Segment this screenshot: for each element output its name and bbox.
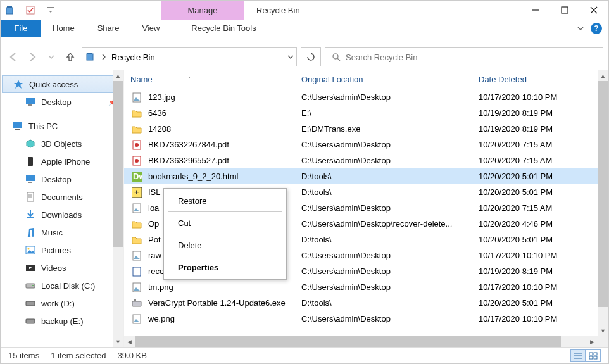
file-tab[interactable]: File — [1, 20, 41, 37]
nav-pc-item[interactable]: Downloads — [1, 206, 123, 223]
refresh-button[interactable] — [301, 47, 321, 66]
tab-recycle-bin-tools[interactable]: Recycle Bin Tools — [180, 20, 267, 37]
ribbon-expand-icon[interactable] — [577, 25, 584, 32]
drive-icon — [25, 173, 36, 185]
title-bar: Manage Recycle Bin — [1, 1, 608, 20]
nav-pc-item[interactable]: 3D Objects — [1, 135, 123, 153]
file-original-location: C:\Users\admin\Desktop — [301, 92, 479, 102]
table-row[interactable]: BKD73632965527.pdfC:\Users\admin\Desktop… — [124, 153, 608, 168]
column-name[interactable]: Name˄ — [130, 75, 301, 84]
scroll-up-icon[interactable]: ▲ — [113, 70, 123, 81]
file-name: we.png — [148, 314, 301, 323]
file-original-location: E:\ — [301, 108, 479, 118]
file-date-deleted: 10/20/2020 5:01 PM — [479, 172, 608, 181]
list-scrollbar-vertical[interactable]: ▲ ▼ — [598, 70, 608, 336]
ctx-delete[interactable]: Delete — [164, 235, 286, 254]
drive-icon — [25, 244, 36, 256]
view-large-icons-button[interactable] — [586, 349, 601, 362]
table-row[interactable]: BKD73632267844.pdfC:\Users\admin\Desktop… — [124, 137, 608, 153]
table-row[interactable]: 123.jpgC:\Users\admin\Desktop10/17/2020 … — [124, 89, 608, 105]
column-original-location[interactable]: Original Location — [301, 75, 479, 84]
svg-point-10 — [333, 54, 338, 59]
navpane-scrollbar[interactable]: ▲ ▼ — [113, 70, 123, 347]
breadcrumb[interactable]: Recycle Bin — [111, 53, 282, 62]
ctx-cut[interactable]: Cut — [164, 213, 286, 232]
svg-rect-16 — [28, 157, 33, 166]
status-selection-size: 39.0 KB — [118, 351, 147, 360]
nav-this-pc[interactable]: This PC — [1, 117, 123, 135]
scrollbar-corner — [598, 336, 608, 347]
properties-qat-icon[interactable] — [25, 5, 35, 15]
scroll-down-icon[interactable]: ▼ — [113, 336, 123, 347]
file-name: BKD73632965527.pdf — [148, 156, 301, 165]
nav-label: backup (E:) — [41, 317, 83, 326]
forward-button[interactable] — [25, 49, 40, 65]
close-button[interactable] — [579, 1, 608, 20]
scroll-thumb[interactable] — [598, 81, 608, 307]
qat-dropdown-icon[interactable] — [46, 5, 56, 15]
back-button[interactable] — [6, 49, 21, 65]
tab-share[interactable]: Share — [86, 20, 131, 37]
scroll-thumb[interactable] — [113, 81, 123, 247]
scroll-right-icon[interactable]: ▶ — [587, 336, 598, 347]
svg-rect-42 — [134, 270, 139, 270]
nav-pc-item[interactable]: Music — [1, 223, 123, 241]
nav-pc-item[interactable]: Apple iPhone — [1, 153, 123, 170]
nav-desktop-quick[interactable]: Desktop 📌 — [1, 93, 123, 111]
svg-rect-53 — [589, 356, 593, 359]
column-date-deleted[interactable]: Date Deleted — [479, 75, 608, 84]
nav-pc-item[interactable]: Desktop — [1, 170, 123, 188]
file-date-deleted: 10/20/2020 5:01 PM — [479, 298, 608, 308]
scroll-up-icon[interactable]: ▲ — [598, 70, 608, 81]
ctx-restore[interactable]: Restore — [164, 191, 286, 210]
table-row[interactable]: we.pngC:\Users\admin\Desktop10/17/2020 1… — [124, 311, 608, 327]
nav-label: Pictures — [41, 246, 71, 255]
nav-pc-item[interactable]: Documents — [1, 188, 123, 206]
table-row[interactable]: VeraCrypt Portable 1.24-Update6.exeD:\to… — [124, 295, 608, 311]
nav-pc-item[interactable]: Videos — [1, 259, 123, 277]
file-original-location: C:\Users\admin\Desktop\recover-delete... — [301, 219, 479, 229]
ctx-properties[interactable]: Properties — [164, 258, 286, 277]
scroll-left-icon[interactable]: ◀ — [124, 336, 135, 347]
up-button[interactable] — [63, 49, 78, 65]
file-date-deleted: 10/19/2020 8:19 PM — [479, 267, 608, 276]
nav-label: Desktop — [41, 175, 72, 184]
scroll-thumb[interactable] — [135, 336, 561, 347]
nav-pc-item[interactable]: Pictures — [1, 241, 123, 259]
nav-quick-access[interactable]: Quick access — [2, 75, 122, 93]
file-icon — [130, 234, 143, 246]
help-icon[interactable]: ? — [591, 23, 602, 34]
drive-icon — [25, 315, 36, 327]
table-row[interactable]: 6436E:\10/19/2020 8:19 PM — [124, 105, 608, 121]
file-date-deleted: 10/19/2020 8:19 PM — [479, 108, 608, 118]
breadcrumb-separator-icon[interactable] — [101, 54, 106, 60]
drive-icon — [25, 280, 36, 291]
svg-rect-2 — [27, 6, 34, 14]
table-row[interactable]: 14208E:\DMTrans.exe10/19/2020 8:19 PM — [124, 121, 608, 137]
nav-pc-item[interactable]: work (D:) — [1, 294, 123, 312]
svg-rect-13 — [28, 104, 32, 106]
nav-pc-item[interactable]: backup (E:) — [1, 312, 123, 330]
file-name: tm.png — [148, 282, 301, 292]
search-input[interactable]: Search Recycle Bin — [325, 47, 603, 66]
list-scrollbar-horizontal[interactable]: ◀ ▶ — [124, 336, 598, 347]
view-details-button[interactable] — [570, 349, 586, 362]
drive-icon — [25, 156, 36, 167]
nav-pc-item[interactable]: Local Disk (C:) — [1, 277, 123, 294]
scroll-down-icon[interactable]: ▼ — [598, 325, 608, 336]
svg-text:Dw: Dw — [133, 172, 142, 181]
maximize-button[interactable] — [550, 1, 579, 20]
address-dropdown-icon[interactable] — [287, 54, 294, 60]
file-date-deleted: 10/20/2020 5:01 PM — [479, 187, 608, 197]
svg-point-27 — [32, 285, 34, 286]
contextual-tab-header: Manage — [161, 1, 244, 20]
tab-home[interactable]: Home — [41, 20, 86, 37]
recent-locations-icon[interactable] — [44, 49, 59, 65]
table-row[interactable]: tm.pngC:\Users\admin\Desktop10/17/2020 1… — [124, 279, 608, 295]
minimize-button[interactable] — [521, 1, 550, 20]
tab-view[interactable]: View — [130, 20, 171, 37]
table-row[interactable]: Dwbookmarks_9_2_20.htmlD:\tools\10/20/20… — [124, 168, 608, 184]
search-placeholder: Search Recycle Bin — [346, 53, 417, 62]
file-date-deleted: 10/20/2020 5:01 PM — [479, 235, 608, 244]
address-bar[interactable]: Recycle Bin — [82, 47, 297, 66]
